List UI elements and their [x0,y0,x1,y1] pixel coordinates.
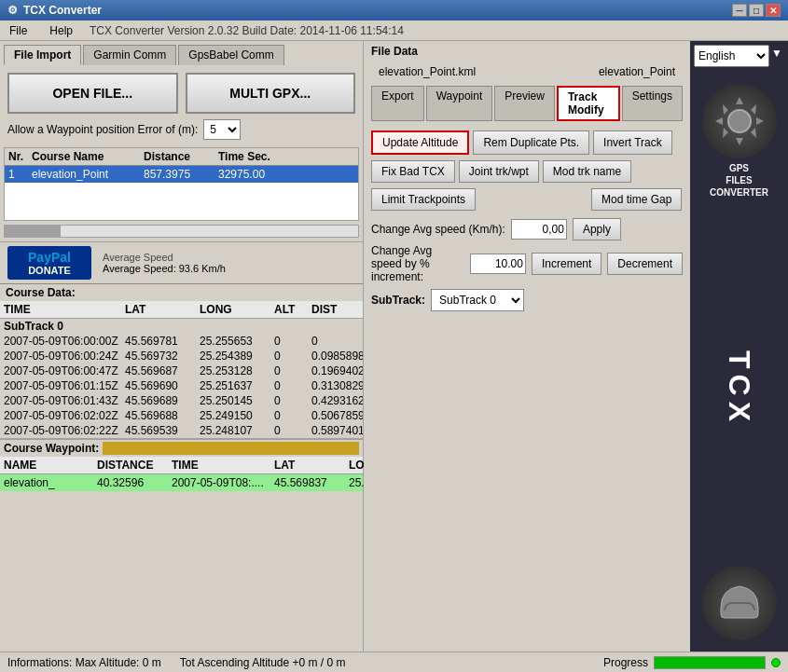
increment-button[interactable]: Increment [532,253,601,275]
gear-icon [702,84,777,158]
row-distance: 857.3975 [144,168,218,181]
menu-help[interactable]: Help [44,22,78,39]
title-bar: ⚙ TCX Converter ─ □ ✕ [0,0,788,21]
wpt-name: elevation_ [4,476,97,489]
waypoint-section-label: Course Waypoint: [4,442,99,455]
left-panel: File Import Garmin Comm GpsBabel Comm OP… [0,41,364,651]
track-modify-buttons-3: Limit Trackpoints Mod time Gap [364,188,690,216]
update-altitude-button[interactable]: Update Altitude [371,130,469,155]
col-time: TIME [4,303,125,316]
limit-trackpoints-button[interactable]: Limit Trackpoints [371,188,476,211]
change-avg-speed-input[interactable] [511,219,567,240]
tcx-logo-text: TCX [722,211,756,566]
waypoint-error-row: Allow a Waypoint position Error of (m): … [7,119,355,140]
close-button[interactable]: ✕ [766,4,781,17]
mod-trk-name-button[interactable]: Mod trk name [543,160,631,183]
tab-garmin-comm[interactable]: Garmin Comm [83,45,176,65]
menu-file[interactable]: File [4,22,33,39]
col-nr: Nr. [8,150,32,163]
track-modify-buttons: Update Altitude Rem Duplicate Pts. Inver… [364,125,690,160]
wpt-distance: 40.32596 [97,476,172,489]
status-tot-ascending: Tot Ascending Altitude +0 m / 0 m [180,656,346,669]
wpt-col-lat: LAT [274,459,349,472]
course-table: Nr. Course Name Distance Time Sec. 1 ele… [4,147,359,221]
track-modify-buttons-2: Fix Bad TCX Joint trk/wpt Mod trk name [364,160,690,188]
waypoint-error-label: Allow a Waypoint position Error of (m): [7,123,198,136]
minimize-button[interactable]: ─ [732,4,747,17]
dropdown-arrow-icon: ▼ [769,45,784,67]
fix-bad-tcx-button[interactable]: Fix Bad TCX [371,160,455,183]
right-content: File Data elevation_Point.kml elevation_… [364,41,788,651]
import-tabs: File Import Garmin Comm GpsBabel Comm [0,41,363,65]
horizontal-scrollbar[interactable] [4,225,359,238]
tab-waypoint[interactable]: Waypoint [426,86,493,121]
data-table-row[interactable]: 2007-05-09T06:00:47Z 45.569687 25.253128… [0,363,363,378]
decrement-button[interactable]: Decrement [607,253,683,275]
menu-bar: File Help TCX Converter Version 2.0.32 B… [0,21,788,41]
data-table-row[interactable]: 2007-05-09T06:00:24Z 45.569732 25.254389… [0,349,363,363]
tab-track-modify[interactable]: Track Modify [557,86,620,121]
change-avg-speed-pct-input[interactable] [470,254,526,274]
import-area: OPEN FILE... MULTI GPX... Allow a Waypoi… [0,65,363,147]
data-table-row[interactable]: 2007-05-09T06:01:43Z 45.569689 25.250145… [0,393,363,408]
col-distance: Distance [144,150,218,163]
progress-bar [654,656,766,669]
file-info-row: elevation_Point.kml elevation_Point [364,62,690,82]
subtrack-label: SubTrack: [371,294,425,307]
wpt-lat: 45.569837 [274,476,349,489]
course-data-label: Course Data: [0,283,363,301]
language-select[interactable]: English French German Italian Spanish [694,45,769,67]
tab-export[interactable]: Export [371,86,424,121]
data-table-row[interactable]: 2007-05-09T06:00:00Z 45.569781 25.255653… [0,334,363,349]
wpt-col-distance: DISTANCE [97,459,172,472]
speed-info: Average Speed Average Speed: 93.6 Km/h [103,252,226,274]
subtrack-dropdown[interactable]: SubTrack 0 [431,289,524,311]
col-time-sec: Time Sec. [218,150,293,163]
course-table-row[interactable]: 1 elevation_Point 857.3975 32975.00 [5,166,358,183]
data-table-row[interactable]: 2007-05-09T06:02:22Z 45.569539 25.248107… [0,423,363,438]
change-avg-speed-row: Change Avg speed (Km/h): Apply [364,216,690,242]
row-name: elevation_Point [32,168,144,181]
maximize-button[interactable]: □ [749,4,764,17]
change-avg-speed-pct-row: Change Avg speed by % increment: Increme… [364,242,690,285]
row-time-sec: 32975.00 [218,168,293,181]
rem-duplicate-pts-button[interactable]: Rem Duplicate Pts. [473,130,589,155]
apply-button[interactable]: Apply [573,218,621,240]
file-data-label: File Data [364,41,690,62]
file-left-name: elevation_Point.kml [379,65,476,78]
data-table-header: TIME LAT LONG ALT DIST HR B... CAD AVG [0,301,363,319]
multi-gpx-button[interactable]: MULTI GPX... [186,73,356,114]
status-info: Informations: Max Altitude: 0 m [7,656,161,669]
open-file-button[interactable]: OPEN FILE... [7,73,178,114]
col-long: LONG [200,303,274,316]
tab-file-import[interactable]: File Import [4,45,81,65]
menu-version: TCX Converter Version 2.0.32 Build Date:… [90,24,404,37]
tab-gpsbabel-comm[interactable]: GpsBabel Comm [178,45,283,65]
tab-settings[interactable]: Settings [622,86,683,121]
progress-label: Progress [603,656,648,669]
col-lat: LAT [125,303,200,316]
course-table-header: Nr. Course Name Distance Time Sec. [5,148,358,166]
invert-track-button[interactable]: Invert Track [593,130,672,155]
col-course-name: Course Name [32,150,144,163]
data-table-row[interactable]: 2007-05-09T06:02:02Z 45.569688 25.249150… [0,408,363,423]
joint-trk-wpt-button[interactable]: Joint trk/wpt [459,160,539,183]
paypal-area: PayPal DONATE Average Speed Average Spee… [0,241,363,283]
svg-point-0 [728,110,751,132]
waypoint-data-row[interactable]: elevation_ 40.32596 2007-05-09T08:.... 4… [0,474,363,491]
tab-preview[interactable]: Preview [494,86,555,121]
data-table-row[interactable]: 2007-05-09T06:01:15Z 45.569690 25.251637… [0,378,363,393]
wpt-col-name: NAME [4,459,97,472]
progress-area: Progress [603,656,781,669]
wpt-time: 2007-05-09T08:.... [172,476,274,489]
average-speed-value: Average Speed: 93.6 Km/h [103,263,226,274]
paypal-logo[interactable]: PayPal DONATE [7,246,91,280]
mod-time-gap-button[interactable]: Mod time Gap [591,188,682,211]
waypoint-error-dropdown[interactable]: 51015 [203,119,241,140]
waypoint-table-header: NAME DISTANCE TIME LAT LONG TYPE [0,457,363,474]
row-nr: 1 [8,168,32,181]
data-table-row[interactable]: SubTrack 0 93.60... [0,319,363,334]
main-layout: File Import Garmin Comm GpsBabel Comm OP… [0,41,788,651]
right-sidebar: English French German Italian Spanish ▼ [690,41,788,651]
average-speed-label: Average Speed [103,252,226,263]
